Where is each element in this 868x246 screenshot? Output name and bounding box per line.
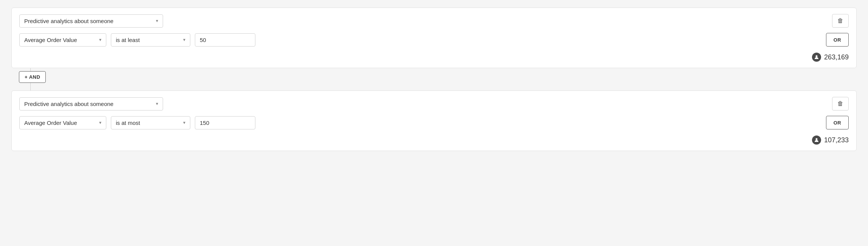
block1-or-button[interactable]: OR	[826, 33, 849, 47]
filter-block-2: Predictive analytics about someone ▾ 🗑 A…	[11, 90, 857, 151]
block1-operator-chevron: ▾	[183, 37, 185, 42]
block2-or-label: OR	[834, 120, 842, 126]
block1-category-chevron: ▾	[156, 18, 158, 23]
block2-field-label: Average Order Value	[24, 120, 77, 126]
block1-operator-dropdown[interactable]: is at least ▾	[111, 33, 190, 47]
block2-user-icon	[812, 135, 821, 145]
block2-value-input[interactable]	[195, 116, 255, 129]
block1-user-icon	[812, 53, 821, 62]
block2-delete-button[interactable]: 🗑	[832, 97, 849, 111]
block1-delete-button[interactable]: 🗑	[832, 14, 849, 28]
block2-field-chevron: ▾	[99, 120, 101, 125]
filter-block-1: Predictive analytics about someone ▾ 🗑 A…	[11, 8, 857, 68]
and-button[interactable]: + AND	[19, 71, 46, 83]
block1-or-label: OR	[834, 37, 842, 43]
block2-category-dropdown[interactable]: Predictive analytics about someone ▾	[19, 97, 163, 111]
block1-delete-icon: 🗑	[837, 17, 843, 24]
block1-field-dropdown[interactable]: Average Order Value ▾	[19, 33, 106, 47]
block1-value-input[interactable]	[195, 33, 255, 47]
block2-delete-icon: 🗑	[837, 100, 843, 107]
svg-point-1	[815, 138, 817, 140]
block1-field-chevron: ▾	[99, 37, 101, 42]
block2-field-dropdown[interactable]: Average Order Value ▾	[19, 116, 106, 129]
block2-operator-chevron: ▾	[183, 120, 185, 125]
block1-category-label: Predictive analytics about someone	[24, 18, 114, 24]
block1-operator-label: is at least	[116, 37, 140, 43]
block2-category-label: Predictive analytics about someone	[24, 101, 114, 107]
svg-point-0	[815, 55, 817, 57]
block2-operator-dropdown[interactable]: is at most ▾	[111, 116, 190, 129]
block1-field-label: Average Order Value	[24, 37, 77, 43]
block1-count: 263,169	[824, 53, 849, 61]
block2-category-chevron: ▾	[156, 101, 158, 106]
block2-or-button[interactable]: OR	[826, 116, 849, 129]
and-button-label: + AND	[25, 74, 40, 80]
block1-category-dropdown[interactable]: Predictive analytics about someone ▾	[19, 14, 163, 28]
block2-count: 107,233	[824, 136, 849, 144]
block2-operator-label: is at most	[116, 120, 140, 126]
